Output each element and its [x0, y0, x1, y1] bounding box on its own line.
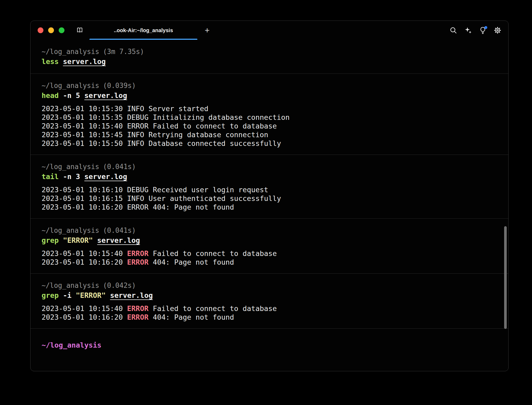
command-duration: (3m 7.35s): [103, 48, 144, 56]
command-duration: (0.041s): [103, 163, 136, 171]
output-text: 2023-05-01 10:16:20: [42, 258, 127, 266]
titlebar: ..ook-Air:~/log_analysis +: [31, 21, 508, 40]
output-line: 2023-05-01 10:16:20 ERROR 404: Page not …: [42, 313, 498, 322]
error-token: ERROR: [127, 258, 148, 266]
output-text: 2023-05-01 10:15:50 INFO Database connec…: [42, 139, 281, 147]
output-line: 2023-05-01 10:15:45 INFO Retrying databa…: [42, 130, 498, 139]
command-duration: (0.041s): [103, 226, 136, 234]
output-line: 2023-05-01 10:16:10 DEBUG Received user …: [42, 185, 498, 194]
command-output: 2023-05-01 10:15:40 ERROR Failed to conn…: [42, 249, 498, 266]
command-arg: -i: [59, 291, 76, 299]
command-duration: (0.042s): [103, 281, 136, 289]
command-output: 2023-05-01 10:15:40 ERROR Failed to conn…: [42, 304, 498, 322]
output-line: 2023-05-01 10:15:30 INFO Server started: [42, 104, 498, 113]
command-string: "ERROR": [76, 291, 106, 299]
prompt-line: ~/log_analysis(0.039s): [42, 81, 498, 91]
notification-dot: [484, 26, 487, 29]
output-line: 2023-05-01 10:16:20 ERROR 404: Page not …: [42, 203, 498, 211]
output-text: 2023-05-01 10:15:35 DEBUG Initializing d…: [42, 113, 290, 121]
command-block: ~/log_analysis(0.041s)tail -n 3 server.l…: [31, 155, 508, 219]
prompt-line: ~/log_analysis(3m 7.35s): [42, 47, 498, 57]
command-output: 2023-05-01 10:15:30 INFO Server started2…: [42, 104, 498, 148]
search-icon[interactable]: [449, 26, 457, 34]
zoom-button[interactable]: [59, 27, 64, 33]
command-line[interactable]: grep -i "ERROR" server.log: [42, 290, 498, 300]
command-block: ~/log_analysis(0.042s)grep -i "ERROR" se…: [31, 274, 508, 329]
settings-gear-icon[interactable]: [494, 26, 501, 34]
command-arg: [59, 57, 63, 66]
scrollbar-thumb[interactable]: [504, 226, 507, 329]
command-arg: -n 5: [59, 91, 84, 100]
prompt-path: ~/log_analysis: [42, 226, 99, 234]
output-text: 2023-05-01 10:15:40 ERROR Failed to conn…: [42, 122, 277, 130]
command-block: ~/log_analysis(0.039s)head -n 5 server.l…: [31, 74, 508, 155]
output-text: 2023-05-01 10:15:40: [42, 304, 127, 313]
minimize-button[interactable]: [48, 27, 54, 33]
command-name: grep: [42, 236, 59, 244]
output-line: 2023-05-01 10:16:15 INFO User authentica…: [42, 194, 498, 203]
prompt-path: ~/log_analysis: [42, 281, 99, 289]
output-line: 2023-05-01 10:15:50 INFO Database connec…: [42, 139, 498, 148]
command-line[interactable]: tail -n 3 server.log: [42, 172, 498, 182]
tips-lightbulb-icon[interactable]: [479, 26, 487, 34]
output-line: 2023-05-01 10:15:40 ERROR Failed to conn…: [42, 304, 498, 313]
command-line[interactable]: grep "ERROR" server.log: [42, 235, 498, 245]
terminal-tab[interactable]: ..ook-Air:~/log_analysis: [89, 21, 197, 40]
shell-prompt[interactable]: ~/log_analysis: [31, 329, 508, 350]
output-text: 2023-05-01 10:16:10 DEBUG Received user …: [42, 186, 268, 194]
command-name: grep: [42, 291, 59, 299]
prompt-path: ~/log_analysis: [42, 48, 99, 56]
bookmarks-icon[interactable]: [76, 27, 83, 34]
output-text: Failed to connect to database: [148, 249, 277, 258]
terminal-content: ~/log_analysis(3m 7.35s)less server.log~…: [31, 40, 508, 371]
command-blocks: ~/log_analysis(3m 7.35s)less server.log~…: [31, 40, 508, 329]
output-line: 2023-05-01 10:16:20 ERROR 404: Page not …: [42, 258, 498, 266]
command-file-arg: server.log: [84, 172, 127, 181]
output-text: 2023-05-01 10:15:30 INFO Server started: [42, 105, 208, 113]
new-tab-button[interactable]: +: [205, 26, 210, 34]
output-text: 2023-05-01 10:16:20: [42, 313, 127, 321]
error-token: ERROR: [127, 304, 148, 313]
command-block: ~/log_analysis(3m 7.35s)less server.log: [31, 40, 508, 74]
output-line: 2023-05-01 10:15:40 ERROR Failed to conn…: [42, 249, 498, 258]
command-arg: [93, 236, 97, 244]
ai-sparkle-icon[interactable]: [464, 26, 472, 34]
command-string: "ERROR": [63, 236, 93, 244]
command-arg: -n 3: [59, 172, 84, 181]
command-name: less: [42, 57, 59, 66]
command-file-arg: server.log: [63, 57, 106, 66]
prompt-line: ~/log_analysis(0.042s): [42, 280, 498, 290]
titlebar-actions: [449, 26, 501, 34]
command-name: tail: [42, 172, 59, 181]
terminal-window: ..ook-Air:~/log_analysis +: [30, 21, 509, 371]
command-name: head: [42, 91, 59, 100]
prompt-path: ~/log_analysis: [42, 163, 99, 171]
command-file-arg: server.log: [84, 91, 127, 100]
command-line[interactable]: less server.log: [42, 57, 498, 67]
output-text: 2023-05-01 10:15:40: [42, 249, 127, 258]
command-arg: [106, 291, 110, 299]
prompt-line: ~/log_analysis(0.041s): [42, 225, 498, 235]
output-text: 2023-05-01 10:16:15 INFO User authentica…: [42, 194, 281, 203]
output-text: 2023-05-01 10:15:45 INFO Retrying databa…: [42, 131, 268, 139]
command-block: ~/log_analysis(0.041s)grep "ERROR" serve…: [31, 219, 508, 274]
output-text: Failed to connect to database: [148, 304, 277, 313]
command-duration: (0.039s): [103, 82, 136, 90]
prompt-line: ~/log_analysis(0.041s): [42, 162, 498, 172]
command-output: 2023-05-01 10:16:10 DEBUG Received user …: [42, 185, 498, 211]
error-token: ERROR: [127, 249, 148, 258]
command-arg: [59, 236, 63, 244]
error-token: ERROR: [127, 313, 148, 321]
output-text: 2023-05-01 10:16:20 ERROR 404: Page not …: [42, 203, 234, 211]
output-line: 2023-05-01 10:15:35 DEBUG Initializing d…: [42, 113, 498, 122]
command-line[interactable]: head -n 5 server.log: [42, 91, 498, 101]
output-text: 404: Page not found: [148, 313, 234, 321]
command-file-arg: server.log: [110, 291, 153, 299]
command-file-arg: server.log: [97, 236, 140, 244]
close-button[interactable]: [38, 27, 43, 33]
tab-title: ..ook-Air:~/log_analysis: [114, 27, 173, 33]
window-controls: [38, 27, 64, 33]
output-line: 2023-05-01 10:15:40 ERROR Failed to conn…: [42, 122, 498, 130]
prompt-path: ~/log_analysis: [42, 82, 99, 90]
output-text: 404: Page not found: [148, 258, 234, 266]
